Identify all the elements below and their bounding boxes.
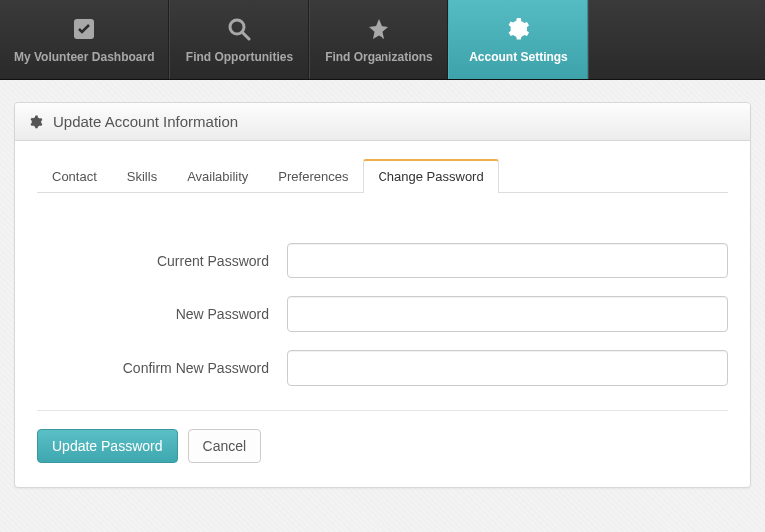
nav-item-label: Find Opportunities (186, 50, 293, 64)
page-content: Update Account Information Contact Skill… (0, 80, 765, 510)
panel-body: Contact Skills Availability Preferences … (15, 141, 750, 487)
panel-title: Update Account Information (53, 113, 238, 130)
gear-icon (506, 17, 530, 44)
gear-icon (29, 115, 43, 129)
form-actions: Update Password Cancel (37, 429, 728, 463)
label-new-password: New Password (37, 306, 287, 322)
tab-change-password[interactable]: Change Password (363, 159, 498, 193)
input-wrap-confirm-password (287, 350, 728, 386)
input-wrap-current-password (287, 243, 728, 278)
label-current-password: Current Password (37, 253, 287, 268)
tabs: Contact Skills Availability Preferences … (37, 159, 728, 193)
svg-line-2 (242, 32, 249, 39)
tab-preferences[interactable]: Preferences (263, 159, 363, 193)
tab-skills[interactable]: Skills (112, 159, 172, 193)
nav-item-label: My Volunteer Dashboard (14, 50, 154, 64)
nav-item-dashboard[interactable]: My Volunteer Dashboard (0, 0, 169, 79)
nav-item-account-settings[interactable]: Account Settings (448, 0, 588, 79)
row-confirm-password: Confirm New Password (37, 350, 728, 386)
nav-item-organizations[interactable]: Find Organizations (309, 0, 448, 79)
row-current-password: Current Password (37, 243, 728, 278)
star-icon (367, 17, 390, 44)
row-new-password: New Password (37, 296, 728, 332)
panel-header: Update Account Information (15, 103, 750, 141)
current-password-field[interactable] (287, 243, 728, 278)
search-icon (227, 17, 251, 44)
tab-contact[interactable]: Contact (37, 159, 112, 193)
panel-update-account: Update Account Information Contact Skill… (14, 102, 751, 488)
top-nav: My Volunteer Dashboard Find Opportunitie… (0, 0, 765, 80)
label-confirm-password: Confirm New Password (37, 360, 287, 376)
new-password-field[interactable] (287, 296, 728, 332)
confirm-password-field[interactable] (287, 350, 728, 386)
nav-item-label: Find Organizations (325, 50, 433, 64)
nav-filler (588, 0, 765, 79)
tab-availability[interactable]: Availability (172, 159, 263, 193)
cancel-button[interactable]: Cancel (188, 429, 262, 463)
divider (37, 410, 728, 411)
check-square-icon (72, 17, 96, 44)
nav-item-opportunities[interactable]: Find Opportunities (169, 0, 309, 79)
input-wrap-new-password (287, 296, 728, 332)
nav-item-label: Account Settings (469, 50, 568, 64)
update-password-button[interactable]: Update Password (37, 429, 178, 463)
